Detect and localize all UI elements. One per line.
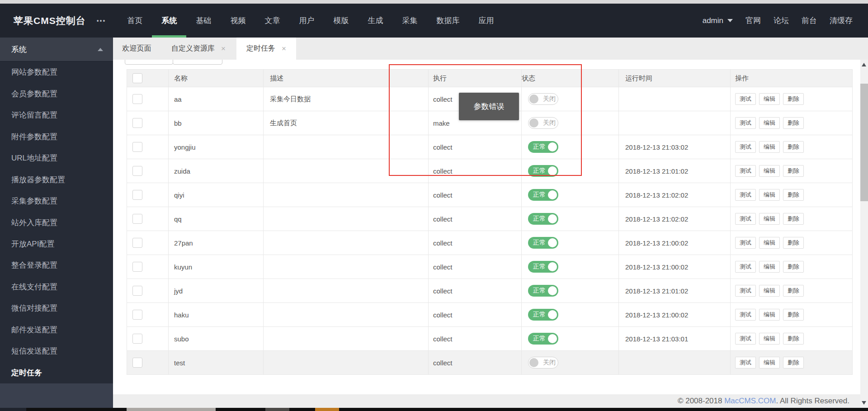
edit-button[interactable]: 编辑 xyxy=(759,237,780,249)
sidebar-item-scheduled-tasks[interactable]: 定时任务 xyxy=(0,362,113,383)
clipped-toolbar-box-1[interactable] xyxy=(125,60,173,65)
status-toggle[interactable]: 关闭 xyxy=(528,117,558,129)
row-checkbox[interactable] xyxy=(132,238,142,248)
sidebar-item-online-pay[interactable]: 在线支付配置 xyxy=(0,276,113,298)
row-checkbox[interactable] xyxy=(132,118,142,128)
status-toggle[interactable]: 关闭 xyxy=(528,93,558,105)
nav-item-system[interactable]: 系统 xyxy=(152,4,186,38)
tab-welcome[interactable]: 欢迎页面 xyxy=(113,38,160,60)
test-button[interactable]: 测试 xyxy=(735,93,756,105)
sidebar-item-comment-config[interactable]: 评论留言配置 xyxy=(0,104,113,126)
status-toggle[interactable]: 正常 xyxy=(528,285,558,297)
sidebar-item-attachment-params[interactable]: 附件参数配置 xyxy=(0,126,113,147)
nav-item-generate[interactable]: 生成 xyxy=(358,4,392,38)
nav-item-template[interactable]: 模版 xyxy=(324,4,358,38)
nav-item-video[interactable]: 视频 xyxy=(221,4,255,38)
sidebar-item-offsite-db[interactable]: 站外入库配置 xyxy=(0,212,113,233)
delete-button[interactable]: 删除 xyxy=(783,309,804,321)
row-checkbox[interactable] xyxy=(132,190,142,200)
delete-button[interactable]: 删除 xyxy=(783,117,804,129)
edit-button[interactable]: 编辑 xyxy=(759,165,780,177)
test-button[interactable]: 测试 xyxy=(735,357,756,368)
clipped-toolbar-box-2[interactable] xyxy=(173,60,222,65)
sidebar-item-sms-send[interactable]: 短信发送配置 xyxy=(0,340,113,362)
delete-button[interactable]: 删除 xyxy=(783,213,804,225)
more-icon[interactable]: ••• xyxy=(97,17,106,24)
test-button[interactable]: 测试 xyxy=(735,237,756,249)
row-checkbox[interactable] xyxy=(132,94,142,104)
test-button[interactable]: 测试 xyxy=(735,309,756,321)
test-button[interactable]: 测试 xyxy=(735,285,756,297)
nav-item-basic[interactable]: 基础 xyxy=(186,4,221,38)
status-toggle[interactable]: 关闭 xyxy=(528,357,558,368)
topnav-link-clear-cache[interactable]: 清缓存 xyxy=(830,15,853,26)
status-toggle[interactable]: 正常 xyxy=(528,141,558,153)
row-checkbox[interactable] xyxy=(132,358,142,368)
close-icon[interactable]: × xyxy=(221,44,226,53)
test-button[interactable]: 测试 xyxy=(735,141,756,153)
sidebar-group-system[interactable]: 系统 xyxy=(0,38,113,61)
test-button[interactable]: 测试 xyxy=(735,165,756,177)
edit-button[interactable]: 编辑 xyxy=(759,141,780,153)
status-toggle[interactable]: 正常 xyxy=(528,333,558,345)
nav-item-user[interactable]: 用户 xyxy=(289,4,324,38)
row-checkbox[interactable] xyxy=(132,262,142,272)
sidebar-item-oauth-login[interactable]: 整合登录配置 xyxy=(0,255,113,276)
test-button[interactable]: 测试 xyxy=(735,261,756,273)
topnav-link-frontend[interactable]: 前台 xyxy=(802,15,817,26)
scroll-up-arrow-icon[interactable] xyxy=(862,63,866,66)
nav-item-database[interactable]: 数据库 xyxy=(427,4,469,38)
edit-button[interactable]: 编辑 xyxy=(759,285,780,297)
status-toggle[interactable]: 正常 xyxy=(528,237,558,249)
row-checkbox[interactable] xyxy=(132,286,142,296)
edit-button[interactable]: 编辑 xyxy=(759,117,780,129)
sidebar-item-email-send[interactable]: 邮件发送配置 xyxy=(0,319,113,340)
sidebar-item-member-params[interactable]: 会员参数配置 xyxy=(0,83,113,104)
nav-item-home[interactable]: 首页 xyxy=(118,4,152,38)
topnav-link-official-site[interactable]: 官网 xyxy=(745,15,761,26)
sidebar-item-site-params[interactable]: 网站参数配置 xyxy=(0,61,113,83)
delete-button[interactable]: 删除 xyxy=(783,285,804,297)
test-button[interactable]: 测试 xyxy=(735,189,756,201)
nav-item-article[interactable]: 文章 xyxy=(255,4,289,38)
row-checkbox[interactable] xyxy=(132,142,142,152)
delete-button[interactable]: 删除 xyxy=(783,333,804,345)
nav-item-collect[interactable]: 采集 xyxy=(392,4,427,38)
topnav-link-forum[interactable]: 论坛 xyxy=(774,15,789,26)
row-checkbox[interactable] xyxy=(132,214,142,224)
test-button[interactable]: 测试 xyxy=(735,333,756,345)
status-toggle[interactable]: 正常 xyxy=(528,261,558,273)
sidebar-item-url-config[interactable]: URL地址配置 xyxy=(0,147,113,169)
status-toggle[interactable]: 正常 xyxy=(528,189,558,201)
delete-button[interactable]: 删除 xyxy=(783,261,804,273)
edit-button[interactable]: 编辑 xyxy=(759,93,780,105)
status-toggle[interactable]: 正常 xyxy=(528,213,558,225)
scroll-down-arrow-icon[interactable] xyxy=(862,401,866,405)
edit-button[interactable]: 编辑 xyxy=(759,357,780,368)
delete-button[interactable]: 删除 xyxy=(783,189,804,201)
delete-button[interactable]: 删除 xyxy=(783,93,804,105)
edit-button[interactable]: 编辑 xyxy=(759,213,780,225)
delete-button[interactable]: 删除 xyxy=(783,237,804,249)
test-button[interactable]: 测试 xyxy=(735,117,756,129)
edit-button[interactable]: 编辑 xyxy=(759,261,780,273)
admin-dropdown[interactable]: admin xyxy=(703,16,733,25)
status-toggle[interactable]: 正常 xyxy=(528,309,558,321)
nav-item-app[interactable]: 应用 xyxy=(469,4,503,38)
delete-button[interactable]: 删除 xyxy=(783,357,804,368)
edit-button[interactable]: 编辑 xyxy=(759,189,780,201)
tab-custom-resource[interactable]: 自定义资源库× xyxy=(160,38,236,60)
row-checkbox[interactable] xyxy=(132,166,142,176)
edit-button[interactable]: 编辑 xyxy=(759,309,780,321)
test-button[interactable]: 测试 xyxy=(735,213,756,225)
select-all-checkbox[interactable] xyxy=(132,73,142,83)
scrollbar-thumb[interactable] xyxy=(860,84,868,201)
tab-scheduled-task[interactable]: 定时任务× xyxy=(236,38,296,60)
sidebar-item-wechat-connect[interactable]: 微信对接配置 xyxy=(0,298,113,319)
delete-button[interactable]: 删除 xyxy=(783,141,804,153)
sidebar-item-open-api[interactable]: 开放API配置 xyxy=(0,233,113,255)
sidebar-item-player-params[interactable]: 播放器参数配置 xyxy=(0,169,113,190)
delete-button[interactable]: 删除 xyxy=(783,165,804,177)
edit-button[interactable]: 编辑 xyxy=(759,333,780,345)
status-toggle[interactable]: 正常 xyxy=(528,165,558,177)
